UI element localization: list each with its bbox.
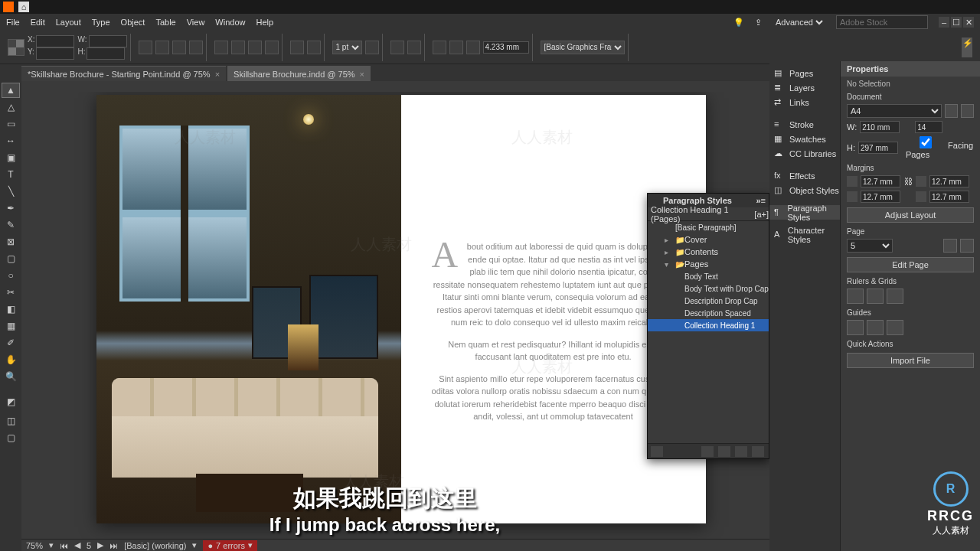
- delete-page-icon[interactable]: [960, 239, 974, 253]
- margin-inside-input[interactable]: [929, 175, 969, 187]
- folder-cover[interactable]: 📁 Cover: [648, 233, 769, 246]
- menu-layout[interactable]: Layout: [56, 18, 81, 27]
- style-body-text-dropcap[interactable]: Body Text with Drop Cap: [648, 282, 769, 295]
- rectangle-frame-tool[interactable]: ⊠: [2, 234, 20, 249]
- corner-icon[interactable]: [407, 41, 421, 54]
- menu-table[interactable]: Table: [155, 18, 175, 27]
- reference-point-icon[interactable]: [8, 39, 24, 56]
- baseline-grid-icon[interactable]: [887, 289, 903, 304]
- orientation-landscape-icon[interactable]: [961, 104, 974, 118]
- guides-toggle-icon[interactable]: [847, 320, 864, 335]
- quick-apply-icon[interactable]: ⚡: [962, 37, 972, 57]
- rectangle-tool[interactable]: ▢: [2, 251, 20, 266]
- content-aware-icon[interactable]: [307, 41, 321, 54]
- object-style-select[interactable]: [Basic Graphics Frame]+: [541, 41, 625, 54]
- import-file-button[interactable]: Import File: [847, 353, 974, 368]
- direct-selection-tool[interactable]: △: [2, 99, 20, 115]
- zoom-tool[interactable]: 🔍: [2, 369, 20, 384]
- panel-swatches[interactable]: ▦Swatches: [769, 132, 840, 146]
- rotate-ccw-icon[interactable]: [214, 41, 228, 54]
- panel-effects[interactable]: fxEffects: [769, 168, 840, 183]
- align-center-icon[interactable]: [449, 41, 463, 54]
- y-input[interactable]: [36, 47, 74, 60]
- new-folder-icon[interactable]: [701, 446, 714, 457]
- window-minimize[interactable]: –: [939, 17, 949, 28]
- panel-links[interactable]: ⇄Links: [769, 95, 840, 109]
- next-page-icon[interactable]: ▶: [97, 540, 103, 550]
- gap-input[interactable]: [483, 41, 529, 54]
- menu-help[interactable]: Help: [256, 18, 273, 27]
- type-tool[interactable]: T: [2, 167, 20, 182]
- gradient-tool[interactable]: ▦: [2, 318, 20, 334]
- lightbulb-icon[interactable]: 💡: [733, 18, 744, 28]
- doc-tab-1[interactable]: *Skillshare Brochure - Starting Point.in…: [21, 66, 226, 81]
- close-icon[interactable]: ×: [360, 70, 364, 79]
- menu-object[interactable]: Object: [121, 18, 145, 27]
- orientation-portrait-icon[interactable]: [945, 104, 958, 118]
- new-style-icon[interactable]: [735, 446, 747, 457]
- shear-icon[interactable]: [189, 41, 203, 54]
- panel-stroke[interactable]: ≡Stroke: [769, 117, 840, 132]
- page-number-select[interactable]: 5: [847, 239, 893, 253]
- zoom-level[interactable]: 75%: [26, 541, 43, 550]
- snap-guides-icon[interactable]: [887, 320, 903, 335]
- panel-cc-libraries[interactable]: ☁CC Libraries: [769, 146, 840, 161]
- workspace-select[interactable]: Advanced: [773, 17, 825, 28]
- align-left-icon[interactable]: [433, 41, 446, 54]
- flip-h-icon[interactable]: [248, 41, 262, 54]
- panel-object-styles[interactable]: ◫Object Styles: [769, 183, 840, 197]
- line-tool[interactable]: ╲: [2, 184, 20, 199]
- fx-icon[interactable]: [390, 41, 404, 54]
- current-style-row[interactable]: Collection Heading 1 (Pages) [a+]: [648, 207, 769, 221]
- folder-pages[interactable]: 📂 Pages: [648, 258, 769, 270]
- adobe-stock-search[interactable]: [836, 15, 928, 29]
- adjust-layout-button[interactable]: Adjust Layout: [847, 207, 974, 223]
- selection-tool[interactable]: ▲: [2, 83, 20, 98]
- page-preset-select[interactable]: A4: [847, 104, 942, 118]
- menu-window[interactable]: Window: [215, 18, 245, 27]
- menu-view[interactable]: View: [187, 18, 205, 27]
- properties-header[interactable]: Properties: [841, 61, 980, 77]
- menu-type[interactable]: Type: [92, 18, 110, 27]
- page-tool[interactable]: ▭: [2, 116, 20, 132]
- doc-pages-input[interactable]: [915, 121, 942, 133]
- facing-pages-checkbox[interactable]: [906, 136, 946, 148]
- view-mode-icon[interactable]: ▢: [2, 430, 20, 445]
- rotate-icon[interactable]: [172, 41, 186, 54]
- rulers-toggle-icon[interactable]: [847, 289, 864, 304]
- panel-paragraph-styles[interactable]: ¶Paragraph Styles: [769, 205, 840, 220]
- flip-v-icon[interactable]: [265, 41, 279, 54]
- menu-edit[interactable]: Edit: [31, 18, 45, 27]
- scissors-tool[interactable]: ✂: [2, 285, 20, 300]
- first-page-icon[interactable]: ⏮: [60, 541, 68, 550]
- cc-library-icon[interactable]: [651, 446, 663, 457]
- scale-y-icon[interactable]: [155, 41, 169, 54]
- page-nav-input[interactable]: 5: [87, 541, 91, 550]
- delete-style-icon[interactable]: [752, 446, 764, 457]
- scale-x-icon[interactable]: [139, 41, 152, 54]
- link-margins-icon[interactable]: ⛓: [903, 177, 913, 186]
- panel-layers[interactable]: ≣Layers: [769, 80, 840, 95]
- home-icon[interactable]: ⌂: [18, 2, 29, 12]
- x-input[interactable]: [36, 35, 74, 47]
- prev-page-icon[interactable]: ◀: [74, 540, 80, 550]
- style-body-text[interactable]: Body Text: [648, 270, 769, 282]
- content-collector-tool[interactable]: ▣: [2, 150, 20, 165]
- doc-width-input[interactable]: [860, 121, 900, 133]
- align-right-icon[interactable]: [466, 41, 480, 54]
- clear-overrides-icon[interactable]: [718, 446, 730, 457]
- stroke-style-icon[interactable]: [365, 41, 379, 54]
- doc-tab-2[interactable]: Skillshare Brochure.indd @ 75%×: [227, 66, 371, 81]
- menu-file[interactable]: File: [6, 18, 20, 27]
- w-input[interactable]: [89, 35, 127, 47]
- auto-fit-icon[interactable]: [290, 41, 304, 54]
- window-maximize[interactable]: ☐: [951, 17, 962, 28]
- smart-guides-icon[interactable]: [867, 320, 884, 335]
- preflight-errors[interactable]: ● 7 errors ▾: [203, 540, 257, 551]
- margin-outside-input[interactable]: [929, 191, 969, 203]
- doc-grid-icon[interactable]: [867, 289, 884, 304]
- folder-contents[interactable]: 📁 Contents: [648, 246, 769, 258]
- close-icon[interactable]: ×: [215, 70, 220, 79]
- panel-menu-icon[interactable]: »≡: [756, 196, 769, 205]
- margin-bottom-input[interactable]: [861, 191, 900, 203]
